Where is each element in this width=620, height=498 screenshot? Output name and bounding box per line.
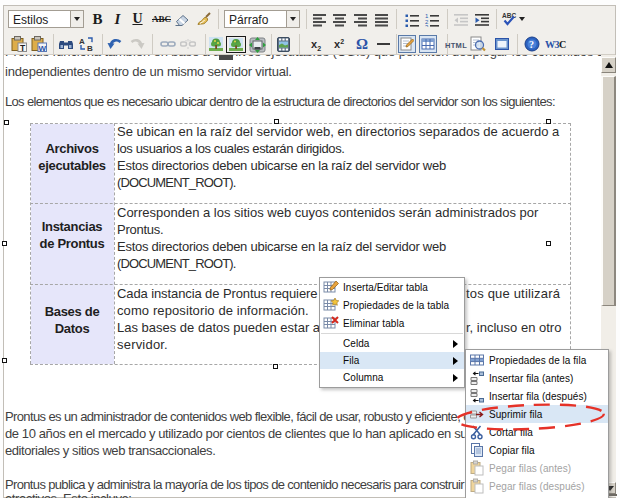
svg-text:3: 3	[425, 24, 429, 27]
svg-text:A: A	[79, 37, 85, 46]
svg-text:T: T	[20, 43, 26, 53]
svg-text:W: W	[39, 44, 47, 53]
svg-text:B: B	[87, 44, 93, 52]
svg-text:?: ?	[529, 39, 534, 50]
